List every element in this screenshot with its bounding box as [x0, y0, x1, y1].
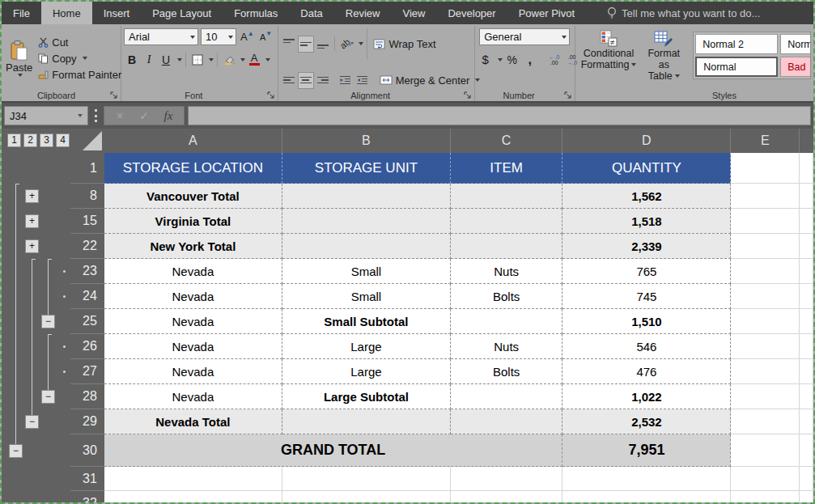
collapse-button-row29[interactable]: − [25, 415, 39, 429]
row-header-8[interactable]: 8 [70, 184, 104, 209]
number-format-combo[interactable]: General [479, 28, 570, 45]
cell-b23[interactable]: Small [282, 259, 451, 284]
style-bad[interactable]: Bad [780, 57, 811, 77]
column-header-e[interactable]: E [731, 129, 800, 153]
fill-color-button[interactable] [221, 51, 237, 68]
cancel-icon[interactable]: × [108, 109, 132, 122]
grow-font-button[interactable]: A▲ [239, 28, 256, 45]
column-header-b[interactable]: B [282, 129, 451, 153]
row-header-27[interactable]: 27 [70, 359, 104, 384]
cell-a1[interactable]: STORAGE LOCATION [104, 153, 282, 184]
cell-grand-total-label[interactable]: GRAND TOTAL [104, 434, 563, 467]
underline-button[interactable]: U [158, 51, 174, 68]
tell-me-box[interactable]: Tell me what you want to do... [607, 2, 760, 24]
cut-button[interactable]: Cut [36, 35, 124, 50]
row-header-31[interactable]: 31 [70, 467, 104, 491]
cell-d23[interactable]: 765 [562, 259, 731, 284]
collapse-button-row28[interactable]: − [41, 390, 55, 404]
outline-level-2-button[interactable]: 2 [23, 133, 37, 147]
cell-d25[interactable]: 1,510 [562, 309, 731, 334]
alignment-dialog-launcher[interactable] [464, 91, 472, 100]
align-center-button[interactable] [298, 72, 314, 89]
merge-center-button[interactable]: Merge & Center [377, 73, 483, 88]
cell-b1[interactable]: STORAGE UNIT [282, 153, 451, 184]
cell-d22[interactable]: 2,339 [562, 234, 731, 259]
insert-function-icon[interactable]: fx [156, 109, 180, 123]
cell-a15[interactable]: Virginia Total [104, 209, 282, 234]
row-header-15[interactable]: 15 [70, 209, 104, 234]
row-header-29[interactable]: 29 [70, 409, 104, 434]
font-color-button[interactable]: A [246, 51, 262, 68]
cell-b8[interactable] [282, 184, 451, 209]
decrease-indent-button[interactable] [337, 72, 354, 89]
row-header-28[interactable]: 28 [70, 384, 104, 409]
row-header-23[interactable]: 23 [70, 259, 104, 284]
outline-level-1-button[interactable]: 1 [7, 133, 21, 147]
column-header-d[interactable]: D [562, 129, 731, 153]
comma-style-button[interactable]: , [522, 51, 538, 68]
accounting-dropdown[interactable] [498, 58, 503, 61]
column-header-c[interactable]: C [451, 129, 562, 153]
align-right-button[interactable] [315, 72, 331, 89]
cell-d1[interactable]: QUANTITY [562, 153, 731, 184]
outline-level-3-button[interactable]: 3 [40, 133, 53, 147]
style-normal-2[interactable]: Normal 2 [695, 34, 778, 54]
number-dialog-launcher[interactable] [564, 91, 572, 100]
cell-a29[interactable]: Nevada Total [104, 409, 282, 434]
borders-button[interactable] [189, 51, 206, 68]
expand-button-row22[interactable]: + [25, 239, 39, 253]
expand-button-row8[interactable]: + [25, 189, 39, 203]
row-header-26[interactable]: 26 [70, 334, 104, 359]
font-name-combo[interactable]: Arial [124, 28, 198, 45]
increase-decimal-button[interactable]: ←.0.00 [546, 51, 562, 68]
top-align-button[interactable] [281, 36, 297, 53]
tab-formulas[interactable]: Formulas [223, 2, 289, 24]
name-box[interactable]: J34 [4, 106, 88, 125]
tab-power-pivot[interactable]: Power Pivot [507, 2, 586, 24]
cell-b28[interactable]: Large Subtotal [282, 384, 451, 409]
paste-button[interactable]: Paste [6, 28, 32, 88]
fill-color-dropdown[interactable] [240, 58, 245, 61]
align-left-button[interactable] [281, 72, 297, 89]
accounting-format-button[interactable]: $ [478, 51, 494, 68]
enter-icon[interactable]: ✓ [132, 109, 156, 122]
tab-file[interactable]: File [2, 2, 41, 24]
row-header-24[interactable]: 24 [70, 284, 104, 309]
format-as-table-button[interactable]: Format as Table [639, 28, 688, 83]
tab-data[interactable]: Data [289, 2, 333, 24]
orientation-dropdown[interactable] [359, 42, 363, 45]
select-all-corner[interactable] [70, 129, 104, 153]
column-header-a[interactable]: A [104, 129, 282, 153]
row-header-32[interactable]: 32 [70, 491, 104, 502]
style-normal-selected[interactable]: Normal [695, 57, 778, 77]
cell-d15[interactable]: 1,518 [562, 209, 731, 234]
font-color-dropdown[interactable] [265, 58, 270, 61]
increase-indent-button[interactable] [354, 72, 371, 89]
font-size-combo[interactable]: 10 [201, 28, 236, 45]
percent-style-button[interactable]: % [504, 51, 520, 68]
italic-button[interactable]: I [141, 51, 157, 68]
outline-level-4-button[interactable]: 4 [56, 133, 70, 147]
cell-d30[interactable]: 7,951 [562, 434, 731, 467]
cell-f1[interactable] [800, 153, 813, 184]
clipboard-dialog-launcher[interactable] [110, 91, 118, 100]
borders-dropdown[interactable] [209, 58, 214, 61]
middle-align-button[interactable] [298, 36, 314, 53]
cell-c8[interactable] [451, 184, 562, 209]
tab-home[interactable]: Home [41, 2, 92, 24]
copy-button[interactable]: Copy [36, 51, 124, 66]
tab-review[interactable]: Review [334, 2, 392, 24]
tab-page-layout[interactable]: Page Layout [141, 2, 223, 24]
copy-dropdown[interactable] [83, 57, 87, 60]
cell-d8[interactable]: 1,562 [562, 184, 731, 209]
conditional-formatting-button[interactable]: ≠ Conditional Formatting [578, 28, 640, 72]
tab-insert[interactable]: Insert [92, 2, 142, 24]
cell-d29[interactable]: 2,532 [562, 409, 731, 434]
wrap-text-button[interactable]: Wrap Text [371, 36, 438, 52]
collapse-button-row30[interactable]: − [9, 444, 23, 458]
cell-a23[interactable]: Nevada [104, 259, 282, 284]
style-normal-top[interactable]: Normal [780, 34, 811, 54]
expand-button-row15[interactable]: + [25, 214, 39, 228]
bold-button[interactable]: B [124, 51, 140, 68]
row-header-30[interactable]: 30 [70, 434, 104, 467]
